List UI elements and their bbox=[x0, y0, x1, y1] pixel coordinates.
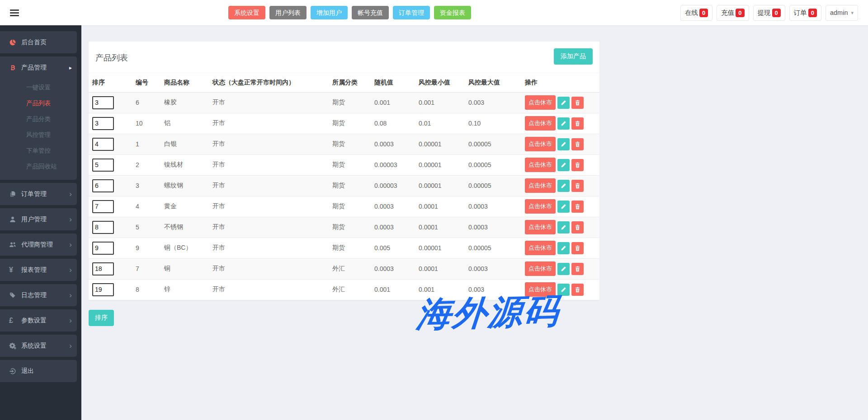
cell-random-value: 0.001 bbox=[371, 92, 415, 113]
edit-button[interactable] bbox=[557, 117, 570, 130]
trash-icon bbox=[575, 121, 580, 126]
suspend-market-button[interactable]: 点击休市 bbox=[525, 241, 556, 255]
row-actions: 点击休市 bbox=[525, 116, 599, 131]
table-row: 10 铝 开市 期货 0.08 0.01 0.10 点击休市 bbox=[89, 113, 599, 134]
sidebar-subitem-product-list[interactable]: 产品列表 bbox=[0, 95, 77, 111]
sidebar-subitem-product-category[interactable]: 产品分类 bbox=[0, 111, 77, 127]
cell-random-value: 0.0003 bbox=[371, 196, 415, 217]
sidebar-item-label: 产品管理 bbox=[21, 64, 47, 72]
sidebar-item-parameter-settings[interactable]: £ 参数设置 › bbox=[0, 309, 77, 331]
suspend-market-button[interactable]: 点击休市 bbox=[525, 95, 556, 110]
hamburger-menu-icon[interactable] bbox=[10, 8, 19, 18]
delete-button[interactable] bbox=[571, 97, 584, 109]
nav-button-system-settings[interactable]: 系统设置 bbox=[228, 6, 265, 19]
suspend-market-button[interactable]: 点击休市 bbox=[525, 220, 556, 234]
edit-button[interactable] bbox=[557, 97, 570, 109]
nav-button-account-recharge[interactable]: 帐号充值 bbox=[352, 6, 389, 19]
sort-order-input[interactable] bbox=[92, 262, 114, 275]
cell-category: 外汇 bbox=[329, 279, 371, 300]
edit-button[interactable] bbox=[557, 138, 570, 150]
sidebar-subitem-product-recycle-bin[interactable]: 产品回收站 bbox=[0, 159, 77, 174]
sort-order-input[interactable] bbox=[92, 138, 114, 151]
delete-button[interactable] bbox=[571, 180, 584, 192]
page-title: 产品列表 bbox=[95, 52, 593, 63]
sort-order-input[interactable] bbox=[92, 283, 114, 296]
sidebar-subitem-order-control[interactable]: 下单管控 bbox=[0, 143, 77, 159]
delete-button[interactable] bbox=[571, 284, 584, 296]
row-actions: 点击休市 bbox=[525, 178, 599, 193]
table-row: 9 铜（BC） 开市 期货 0.005 0.00001 0.00005 点击休市 bbox=[89, 238, 599, 258]
pencil-icon bbox=[561, 183, 566, 189]
edit-button[interactable] bbox=[557, 221, 570, 233]
edit-button[interactable] bbox=[557, 263, 570, 275]
edit-button[interactable] bbox=[557, 201, 570, 213]
sort-order-input[interactable] bbox=[92, 242, 114, 255]
nav-button-order-management[interactable]: 订单管理 bbox=[393, 6, 430, 19]
suspend-market-button[interactable]: 点击休市 bbox=[525, 137, 556, 151]
sidebar-item-product-management[interactable]: 产品管理 ▸ bbox=[0, 56, 77, 79]
sort-order-input[interactable] bbox=[92, 117, 114, 130]
sidebar-item-log-management[interactable]: 日志管理 › bbox=[0, 284, 77, 306]
suspend-market-button[interactable]: 点击休市 bbox=[525, 158, 556, 172]
cell-risk-min: 0.00001 bbox=[415, 154, 465, 175]
sidebar: 后台首页 产品管理 ▸ 一键设置 产品列表 产品分类 风控管理 下单管控 产品回… bbox=[0, 25, 81, 420]
pencil-icon bbox=[561, 224, 566, 230]
delete-button[interactable] bbox=[571, 138, 584, 150]
stat-recharge[interactable]: 充值 0 bbox=[717, 5, 749, 21]
sort-order-input[interactable] bbox=[92, 179, 114, 192]
admin-dropdown[interactable]: admin ▾ bbox=[826, 5, 858, 21]
column-header-risk-max: 风控最大值 bbox=[465, 73, 521, 92]
nav-button-add-user[interactable]: 增加用户 bbox=[311, 6, 348, 19]
sidebar-submenu-product: 一键设置 产品列表 产品分类 风控管理 下单管控 产品回收站 bbox=[0, 79, 77, 180]
sidebar-item-user-management[interactable]: 用户管理 › bbox=[0, 208, 77, 230]
edit-button[interactable] bbox=[557, 180, 570, 192]
topbar-stats: 在线 0 充值 0 提现 0 订单 0 admin ▾ bbox=[680, 5, 858, 21]
pencil-icon bbox=[561, 141, 566, 147]
delete-button[interactable] bbox=[571, 242, 584, 254]
sidebar-item-agent-management[interactable]: 代理商管理 › bbox=[0, 233, 77, 256]
column-header-name: 商品名称 bbox=[160, 73, 209, 92]
delete-button[interactable] bbox=[571, 117, 584, 130]
cell-product-id: 5 bbox=[132, 217, 160, 238]
cell-risk-max: 0.00005 bbox=[465, 238, 521, 258]
suspend-market-button[interactable]: 点击休市 bbox=[525, 282, 556, 297]
topbar: 系统设置 用户列表 增加用户 帐号充值 订单管理 资金报表 在线 0 充值 0 … bbox=[0, 0, 868, 25]
sort-order-input[interactable] bbox=[92, 159, 114, 172]
edit-button[interactable] bbox=[557, 284, 570, 296]
cell-product-name: 铝 bbox=[160, 113, 209, 134]
sort-order-input[interactable] bbox=[92, 200, 114, 213]
nav-button-user-list[interactable]: 用户列表 bbox=[269, 6, 307, 19]
sidebar-subitem-risk-management[interactable]: 风控管理 bbox=[0, 127, 77, 143]
cell-product-id: 7 bbox=[132, 258, 160, 279]
nav-button-fund-report[interactable]: 资金报表 bbox=[434, 6, 471, 19]
sidebar-item-home[interactable]: 后台首页 bbox=[0, 31, 77, 53]
cell-random-value: 0.00003 bbox=[371, 154, 415, 175]
sort-order-input[interactable] bbox=[92, 221, 114, 234]
stat-online[interactable]: 在线 0 bbox=[680, 5, 712, 21]
suspend-market-button[interactable]: 点击休市 bbox=[525, 199, 556, 214]
sidebar-item-logout[interactable]: 退出 bbox=[0, 360, 77, 382]
suspend-market-button[interactable]: 点击休市 bbox=[525, 261, 556, 276]
suspend-market-button[interactable]: 点击休市 bbox=[525, 178, 556, 193]
sidebar-item-label: 报表管理 bbox=[21, 266, 47, 274]
sort-order-input[interactable] bbox=[92, 96, 114, 109]
cell-risk-max: 0.00005 bbox=[465, 154, 521, 175]
stat-orders[interactable]: 订单 0 bbox=[789, 5, 821, 21]
delete-button[interactable] bbox=[571, 201, 584, 213]
delete-button[interactable] bbox=[571, 221, 584, 233]
suspend-market-button[interactable]: 点击休市 bbox=[525, 116, 556, 131]
edit-button[interactable] bbox=[557, 159, 570, 171]
sidebar-item-report-management[interactable]: ¥ 报表管理 › bbox=[0, 259, 77, 281]
sidebar-item-order-management[interactable]: 订单管理 › bbox=[0, 183, 77, 205]
sort-submit-button[interactable]: 排序 bbox=[89, 310, 114, 326]
stat-withdraw[interactable]: 提现 0 bbox=[753, 5, 785, 21]
delete-button[interactable] bbox=[571, 263, 584, 275]
tags-icon bbox=[9, 292, 21, 299]
cell-risk-max: 0.00005 bbox=[465, 175, 521, 196]
sidebar-subitem-quick-setup[interactable]: 一键设置 bbox=[0, 79, 77, 95]
sidebar-item-system-settings[interactable]: 系统设置 › bbox=[0, 335, 77, 357]
delete-button[interactable] bbox=[571, 159, 584, 171]
edit-button[interactable] bbox=[557, 242, 570, 254]
trash-icon bbox=[575, 287, 580, 293]
add-product-button[interactable]: 添加产品 bbox=[554, 48, 593, 65]
